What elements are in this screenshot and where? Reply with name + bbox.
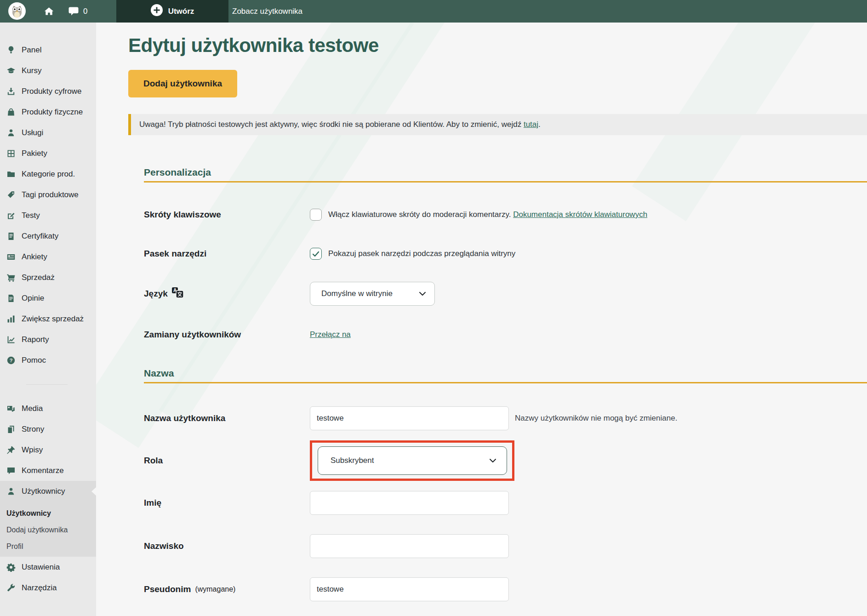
sidebar-item-media[interactable]: Media [0,398,96,419]
sidebar-item-zwieksz-sprzedaz[interactable]: Zwiększ sprzedaż [0,308,96,329]
username-input[interactable] [310,406,509,430]
add-user-button[interactable]: Dodaj użytkownika [128,70,237,97]
personalization-title: Personalizacja [144,167,867,178]
document-icon [6,294,16,303]
graduation-cap-icon [6,66,16,75]
comment-icon [6,466,16,475]
page-title: Edytuj użytkownika testowe [128,34,867,56]
comment-bubble-icon [68,6,79,17]
username-note: Nazwy użytkowników nie mogą być zmienian… [515,414,677,423]
media-icon [6,404,16,413]
notice-text: Uwaga! Tryb płatności testowych jest akt… [139,120,524,129]
last-name-input[interactable] [310,534,509,558]
home-icon[interactable] [44,6,54,16]
form-row-first-name: Imię [144,491,867,515]
plus-icon [151,4,163,18]
line-chart-icon [6,335,16,344]
chevron-down-icon [419,289,426,298]
submenu-item-profil[interactable]: Profil [0,538,96,555]
sidebar-item-produkty-cyfrowe[interactable]: Produkty cyfrowe [0,81,96,102]
section-underline [144,382,867,383]
view-user-link[interactable]: Zobacz użytkownika [232,0,302,23]
site-logo[interactable] [8,2,26,20]
folder-icon [6,170,16,179]
switch-to-link[interactable]: Przełącz na [310,330,351,339]
pages-icon [6,425,16,434]
sidebar-submenu: Użytkownicy Dodaj użytkownika Profil [0,502,96,557]
help-icon: ? [6,356,16,365]
form-row-keyboard-shortcuts: Skróty klawiszowe Włącz klawiaturowe skr… [144,203,867,226]
required-hint: (wymagane) [195,585,235,593]
sidebar-item-komentarze[interactable]: Komentarze [0,460,96,481]
edit-icon [6,211,16,220]
sidebar-item-produkty-fizyczne[interactable]: Produkty fizyczne [0,102,96,122]
form-row-last-name: Nazwisko [144,534,867,558]
notice-tutaj-link[interactable]: tutaj [524,120,538,129]
page: 0 Utwórz Zobacz użytkownika Panel [0,0,867,616]
create-button[interactable]: Utwórz [116,0,228,23]
owl-logo-icon [8,13,26,21]
cart-icon [6,273,16,282]
comment-count: 0 [83,7,87,16]
sidebar-item-narzedzia[interactable]: Narzędzia [0,577,96,598]
section-personalization: Personalizacja Skróty klawiszowe Włącz k… [128,167,867,346]
language-select[interactable]: Domyślne w witrynie [310,282,435,306]
sidebar-item-wpisy[interactable]: Wpisy [0,439,96,460]
comments-indicator[interactable]: 0 [68,6,87,17]
submenu-item-dodaj-uzytkownika[interactable]: Dodaj użytkownika [0,522,96,538]
sidebar-item-ankiety[interactable]: Ankiety [0,246,96,267]
sidebar-item-testy[interactable]: Testy [0,205,96,226]
sidebar-item-pomoc[interactable]: ? Pomoc [0,350,96,371]
form-row-nickname: Pseudonim (wymagane) [144,577,867,601]
form-row-language: Język A [144,282,867,306]
sidebar-divider [26,384,68,385]
main-content: Edytuj użytkownika testowe Dodaj użytkow… [96,23,867,616]
sidebar-item-opinie[interactable]: Opinie [0,288,96,308]
download-icon [6,87,16,96]
translate-icon: A [172,287,184,301]
bar-chart-icon [6,314,16,324]
tag-icon [6,190,16,200]
chevron-down-icon [489,456,496,465]
nickname-input[interactable] [310,577,509,601]
toolbar-checkbox[interactable] [310,248,322,260]
first-name-input[interactable] [310,491,509,515]
form-row-role: Rola Subskrybent [144,440,867,481]
sidebar-item-uzytkownicy[interactable]: Użytkownicy [0,481,96,502]
sidebar-item-strony[interactable]: Strony [0,419,96,439]
gear-icon [6,563,16,572]
shortcuts-doc-link[interactable]: Dokumentacja skrótów klawiaturowych [513,210,647,219]
wrench-icon [6,583,16,593]
certificate-icon [6,232,16,241]
form-row-user-switching: Zamiany użytkowników Przełącz na [144,323,867,346]
sidebar-item-ustawienia[interactable]: Ustawienia [0,557,96,577]
section-name: Nazwa Nazwa użytkownika Nazwy użytkownik… [128,368,867,601]
sidebar-item-uslugi[interactable]: Usługi [0,122,96,143]
lightbulb-icon [6,46,16,55]
section-underline [144,181,867,183]
form-icon [6,252,16,262]
sidebar-item-certyfikaty[interactable]: Certyfikaty [0,226,96,246]
pin-icon [6,445,16,455]
create-label: Utwórz [168,7,194,16]
sidebar-item-tagi-produktowe[interactable]: Tagi produktowe [0,184,96,205]
form-row-toolbar: Pasek narzędzi Pokazuj pasek narzędzi po… [144,242,867,265]
sidebar-item-panel[interactable]: Panel [0,40,96,60]
role-select[interactable]: Subskrybent [318,446,507,475]
grid-icon [6,149,16,158]
shopping-bag-icon [6,108,16,117]
name-title: Nazwa [144,368,867,379]
sidebar-item-pakiety[interactable]: Pakiety [0,143,96,164]
sidebar-item-kategorie-prod[interactable]: Kategorie prod. [0,164,96,184]
sidebar-item-sprzedaz[interactable]: Sprzedaż [0,267,96,288]
users-icon [6,487,16,496]
svg-text:?: ? [10,358,13,363]
role-highlight-box: Subskrybent [310,440,514,481]
keyboard-shortcuts-checkbox[interactable] [310,209,322,221]
admin-topbar: 0 Utwórz Zobacz użytkownika [0,0,867,23]
sidebar-nav: Panel Kursy Produkty cyfrowe Produkty fi… [0,23,96,598]
sidebar-item-kursy[interactable]: Kursy [0,60,96,81]
sidebar-item-raporty[interactable]: Raporty [0,329,96,350]
sidebar: Panel Kursy Produkty cyfrowe Produkty fi… [0,23,96,616]
submenu-item-uzytkownicy[interactable]: Użytkownicy [0,505,96,522]
